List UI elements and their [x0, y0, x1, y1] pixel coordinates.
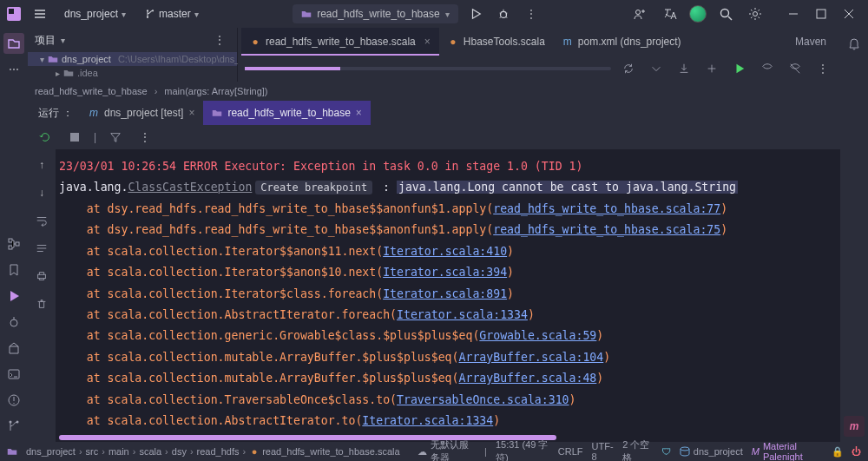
stacktrace-link[interactable]: ArrayBuffer.scala:104 [459, 351, 604, 364]
breadcrumb-file[interactable]: read_hdfs_write_to_hbase [35, 86, 148, 96]
stacktrace-link[interactable]: Iterator.scala:410 [383, 245, 507, 258]
download-icon[interactable] [674, 58, 694, 79]
breadcrumb-segment[interactable]: scala [139, 446, 161, 457]
debug-tool-icon[interactable] [3, 312, 24, 333]
add-icon[interactable] [701, 58, 722, 79]
scroll-to-end-icon[interactable] [31, 238, 52, 259]
more-icon[interactable]: ⋮ [135, 127, 155, 148]
clear-icon[interactable] [31, 293, 52, 314]
code-with-me-icon[interactable] [630, 3, 651, 24]
stop-icon[interactable] [64, 127, 85, 148]
build-icon[interactable] [3, 338, 24, 359]
chevron-down-icon: ▾ [194, 10, 199, 19]
bookmarks-icon[interactable] [3, 260, 24, 280]
print-icon[interactable] [31, 266, 52, 286]
maximize-button[interactable] [809, 3, 833, 24]
offline-icon[interactable] [785, 58, 806, 79]
vcs-branch[interactable]: master ▾ [140, 6, 204, 22]
console-output[interactable]: 23/03/01 10:26:54 ERROR Executor: Except… [56, 149, 840, 442]
project-selector[interactable]: dns_project ▾ [59, 6, 131, 22]
settings-icon[interactable] [745, 3, 766, 24]
maven-panel-label[interactable]: Maven [781, 28, 840, 56]
create-breakpoint-button[interactable]: Create breakpoint [255, 181, 372, 194]
soft-wrap-icon[interactable] [31, 210, 52, 231]
chevron-down-icon: ▾ [445, 10, 450, 19]
debug-icon[interactable] [493, 3, 514, 24]
execute-icon[interactable] [729, 58, 750, 79]
user-avatar[interactable] [689, 5, 707, 23]
editor-tab[interactable]: mpom.xml (dns_project) [554, 28, 690, 56]
breadcrumb-segment[interactable]: src [86, 446, 99, 457]
status-bar: dns_project›src›main›scala›dsy›read_hdfs… [0, 442, 868, 461]
power-icon[interactable]: ⏻ [852, 446, 861, 457]
main-menu-icon[interactable] [30, 3, 50, 24]
stacktrace-link[interactable]: Growable.scala:59 [479, 329, 596, 342]
run-tool-icon[interactable] [3, 286, 24, 306]
status-breadcrumb[interactable]: dns_project›src›main›scala›dsy›read_hdfs… [26, 446, 400, 457]
project-tool-icon[interactable] [3, 33, 24, 54]
run-tab[interactable]: mdns_project [test]× [80, 101, 203, 125]
stacktrace-link[interactable]: read_hdfs_write_to_hbase.scala:77 [493, 202, 720, 215]
more-icon[interactable]: ⋮ [521, 3, 542, 24]
line-separator[interactable]: CRLF [558, 446, 583, 457]
breadcrumb-sep: › [243, 446, 247, 457]
breadcrumb-segment[interactable]: main [108, 446, 129, 457]
run-icon[interactable] [465, 3, 486, 24]
vcs-icon[interactable] [3, 416, 24, 437]
svg-rect-11 [9, 246, 12, 249]
svg-point-7 [721, 10, 729, 17]
svg-point-8 [753, 12, 758, 16]
stacktrace-link[interactable]: Iterator.scala:891 [383, 287, 507, 300]
toggle-icon[interactable] [757, 58, 778, 79]
rerun-icon[interactable] [35, 127, 56, 148]
stacktrace-link[interactable]: Iterator.scala:394 [383, 266, 507, 279]
breadcrumb-method[interactable]: main(args: Array[String]) [164, 86, 267, 96]
expand-icon[interactable] [646, 58, 667, 79]
stacktrace-link[interactable]: ArrayBuffer.scala:48 [459, 372, 597, 385]
inspection-icon[interactable]: 🛡 [661, 446, 671, 457]
breadcrumb-sep: › [165, 446, 168, 457]
terminal-icon[interactable] [3, 364, 24, 385]
stacktrace-link[interactable]: Iterator.scala:1334 [397, 308, 528, 321]
tab-label: pom.xml (dns_project) [578, 36, 681, 48]
stacktrace-link[interactable]: TraversableOnce.scala:310 [397, 393, 569, 406]
more-tools-icon[interactable]: ⋯ [3, 59, 24, 80]
status-project[interactable]: dns_project [680, 446, 743, 457]
file-encoding[interactable]: UTF-8 [592, 441, 615, 461]
scroll-down-icon[interactable]: ↓ [31, 182, 52, 203]
database-icon [680, 446, 690, 457]
maven-tool-icon[interactable]: m [844, 416, 865, 437]
panel-more-icon[interactable]: ⋮ [209, 30, 230, 50]
breadcrumb-segment[interactable]: dns_project [26, 446, 76, 457]
close-tab-icon[interactable]: × [424, 36, 431, 48]
translate-icon[interactable] [660, 3, 681, 24]
chevron-down-icon: ▾ [122, 10, 126, 19]
stacktrace-link[interactable]: read_hdfs_write_to_hbase.scala:75 [493, 223, 720, 236]
breadcrumb-segment[interactable]: read_hdfs_write_to_hbase.scala [262, 446, 399, 457]
notifications-icon[interactable] [844, 33, 865, 54]
horizontal-scrollbar[interactable] [59, 435, 837, 440]
filter-icon[interactable] [105, 127, 126, 148]
project-child-node[interactable]: ▸ .idea [28, 66, 237, 80]
structure-icon[interactable] [3, 234, 24, 254]
search-icon[interactable] [715, 3, 736, 24]
close-tab-icon[interactable]: × [356, 107, 362, 119]
reload-icon[interactable] [618, 58, 639, 79]
stacktrace-link[interactable]: Iterator.scala:1334 [362, 414, 493, 427]
run-config-selector[interactable]: read_hdfs_write_to_hbase ▾ [293, 4, 457, 23]
editor-tab[interactable]: ●HbaseTools.scala [439, 28, 554, 56]
scroll-up-icon[interactable]: ↑ [31, 155, 52, 175]
breadcrumb-segment[interactable]: read_hdfs [197, 446, 240, 457]
project-root-node[interactable]: ▾ dns_project C:\Users\Iham\Desktop\dns_… [28, 52, 237, 66]
lock-icon[interactable]: 🔒 [832, 446, 843, 457]
run-tab[interactable]: read_hdfs_write_to_hbase× [203, 101, 370, 125]
problems-icon[interactable] [3, 390, 24, 411]
more-icon[interactable]: ⋮ [812, 58, 833, 79]
close-button[interactable] [837, 3, 861, 24]
breadcrumb-segment[interactable]: dsy [172, 446, 187, 457]
titlebar: dns_project ▾ master ▾ read_hdfs_write_t… [0, 0, 868, 28]
close-tab-icon[interactable]: × [188, 107, 194, 119]
editor-tab[interactable]: ●read_hdfs_write_to_hbase.scala× [241, 28, 439, 56]
theme-indicator[interactable]: M Material Palenight [752, 441, 824, 461]
minimize-button[interactable] [781, 3, 806, 24]
